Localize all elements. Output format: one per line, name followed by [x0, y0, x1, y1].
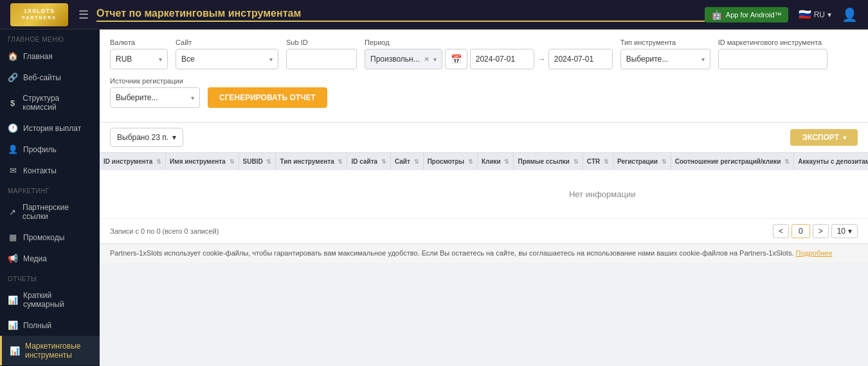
user-avatar-icon[interactable]: 👤 — [842, 7, 858, 22]
col-site-id-sort-icon[interactable]: ⇅ — [381, 159, 386, 165]
col-site-label: Сайт — [395, 158, 410, 165]
sidebar-item-short-summary[interactable]: 📊 Краткий суммарный — [0, 285, 100, 315]
payments-icon: 🕐 — [8, 123, 18, 133]
sidebar-item-web-sites[interactable]: 🔗 Веб-сайты — [0, 67, 100, 88]
col-direct-links[interactable]: Прямые ссылки ⇅ — [514, 153, 583, 170]
flag-icon: 🇷🇺 — [799, 8, 811, 21]
sidebar-item-marketing-tools-label: Маркетинговые инструменты — [25, 342, 92, 360]
columns-selector[interactable]: Выбрано 23 п. ▾ — [110, 128, 183, 147]
col-subid-label: SUBID — [243, 158, 263, 165]
col-reg-clicks-ratio[interactable]: Соотношение регистраций/клики ⇅ — [671, 153, 794, 170]
period-badge[interactable]: Произвольн... ✕ ▾ — [365, 49, 442, 69]
tool-id-input[interactable] — [718, 49, 827, 69]
sidebar-item-profile[interactable]: 👤 Профиль — [0, 139, 100, 160]
header-right: 🤖 App for Android™ 🇷🇺 RU ▾ 👤 — [705, 7, 858, 22]
currency-chevron-icon: ▾ — [159, 56, 162, 63]
main-layout: ГЛАВНОЕ МЕНЮ 🏠 Главная 🔗 Веб-сайты $ Стр… — [0, 30, 868, 366]
site-select[interactable]: Все ▾ — [176, 49, 278, 69]
sidebar-item-payments-label: История выплат — [23, 124, 81, 133]
period-remove-icon[interactable]: ✕ — [424, 55, 429, 64]
android-badge[interactable]: 🤖 App for Android™ — [705, 7, 788, 22]
sidebar-item-home[interactable]: 🏠 Главная — [0, 46, 100, 67]
col-site-id[interactable]: ID сайта ⇅ — [347, 153, 390, 170]
page-size-selector[interactable]: 10 ▾ — [831, 224, 858, 238]
site-filter-group: Сайт Все ▾ — [176, 39, 278, 69]
current-page: 0 — [791, 224, 810, 238]
site-label: Сайт — [176, 39, 278, 46]
currency-filter-group: Валюта RUB ▾ — [110, 39, 168, 69]
col-accounts-with-deposits[interactable]: Аккаунты с депозитами ⇅ — [794, 153, 868, 170]
sidebar-item-marketing-tools[interactable]: 📊 Маркетинговые инструменты — [0, 336, 100, 365]
sidebar-item-promo-codes[interactable]: ▦ Промокоды — [0, 227, 100, 248]
col-accounts-with-deposits-label: Аккаунты с депозитами — [798, 158, 868, 165]
filter-row-1: Валюта RUB ▾ Сайт Все ▾ Sub ID — [110, 39, 858, 69]
cookie-link[interactable]: Подробнее — [796, 249, 833, 257]
col-views[interactable]: Просмотры ⇅ — [423, 153, 477, 170]
sidebar-item-contacts[interactable]: ✉ Контакты — [0, 160, 100, 181]
data-table: ID инструмента ⇅ Имя инструмента ⇅ SUBID… — [100, 153, 868, 218]
col-clicks-sort-icon[interactable]: ⇅ — [504, 159, 509, 165]
pagination-bar: Записи с 0 по 0 (всего 0 записей) < 0 > … — [100, 218, 868, 243]
col-tool-id[interactable]: ID инструмента ⇅ — [100, 153, 166, 170]
col-ctr[interactable]: CTR ⇅ — [583, 153, 613, 170]
currency-select[interactable]: RUB ▾ — [110, 49, 168, 69]
columns-label: Выбрано 23 п. — [117, 133, 168, 142]
sidebar-item-payments[interactable]: 🕐 История выплат — [0, 118, 100, 139]
lang-chevron-icon: ▾ — [827, 10, 831, 19]
col-subid[interactable]: SUBID ⇅ — [239, 153, 276, 170]
col-registrations[interactable]: Регистрации ⇅ — [613, 153, 671, 170]
columns-chevron-icon: ▾ — [172, 133, 176, 142]
col-site-sort-icon[interactable]: ⇅ — [414, 159, 419, 165]
col-tool-name[interactable]: Имя инструмента ⇅ — [166, 153, 239, 170]
sidebar-item-contacts-label: Контакты — [23, 166, 57, 175]
col-site[interactable]: Сайт ⇅ — [390, 153, 423, 170]
source-chevron-icon: ▾ — [191, 94, 194, 101]
export-button[interactable]: ЭКСПОРТ ▾ — [790, 129, 858, 146]
pagination-controls: < 0 > 10 ▾ — [773, 224, 858, 238]
tool-type-filter-group: Тип инструмента Выберите... ▾ — [620, 39, 710, 69]
prev-page-button[interactable]: < — [773, 224, 789, 238]
site-value: Все — [181, 55, 195, 64]
sidebar-item-full-label: Полный — [23, 321, 51, 330]
next-page-button[interactable]: > — [813, 224, 829, 238]
period-row: Произвольн... ✕ ▾ 📅 → — [365, 49, 613, 69]
reports-label: ОТЧЕТЫ — [0, 269, 100, 285]
web-sites-icon: 🔗 — [8, 73, 18, 82]
sidebar-item-full[interactable]: 📊 Полный — [0, 315, 100, 336]
marketing-label: МАРКЕТИНГ — [0, 181, 100, 197]
period-label: Период — [365, 39, 613, 46]
language-selector[interactable]: 🇷🇺 RU ▾ — [799, 8, 831, 21]
sidebar-item-partner-links[interactable]: ↗ Партнерские ссылки — [0, 197, 100, 227]
col-tool-type[interactable]: Тип инструмента ⇅ — [276, 153, 347, 170]
col-subid-sort-icon[interactable]: ⇅ — [266, 159, 271, 165]
full-report-icon: 📊 — [8, 320, 18, 330]
col-clicks[interactable]: Клики ⇅ — [477, 153, 514, 170]
sidebar-item-commission[interactable]: $ Структура комиссий — [0, 88, 100, 118]
subid-input[interactable] — [286, 49, 357, 69]
calendar-icon[interactable]: 📅 — [445, 49, 467, 69]
sidebar-item-media[interactable]: 📢 Медиа — [0, 248, 100, 269]
period-badge-text: Произвольн... — [370, 55, 420, 64]
source-select[interactable]: Выберите... ▾ — [110, 87, 200, 108]
col-registrations-sort-icon[interactable]: ⇅ — [662, 159, 667, 165]
marketing-tools-icon: 📊 — [10, 346, 20, 356]
date-to-input[interactable] — [548, 49, 613, 69]
col-direct-links-sort-icon[interactable]: ⇅ — [574, 159, 579, 165]
sidebar-item-commission-label: Структура комиссий — [23, 94, 92, 112]
date-from-input[interactable] — [470, 49, 534, 69]
source-value: Выберите... — [116, 93, 158, 102]
col-reg-clicks-ratio-sort-icon[interactable]: ⇅ — [784, 159, 790, 165]
col-ctr-sort-icon[interactable]: ⇅ — [604, 159, 609, 165]
sidebar-item-profile-label: Профиль — [23, 145, 57, 154]
subid-filter-group: Sub ID — [286, 39, 357, 69]
tool-id-filter-group: ID маркетингового инструмента — [718, 39, 827, 69]
tool-type-select[interactable]: Выберите... ▾ — [620, 49, 710, 69]
col-views-sort-icon[interactable]: ⇅ — [468, 159, 473, 165]
col-tool-name-sort-icon[interactable]: ⇅ — [230, 159, 235, 165]
col-tool-id-sort-icon[interactable]: ⇅ — [156, 159, 161, 165]
site-chevron-icon: ▾ — [269, 56, 273, 63]
col-registrations-label: Регистрации — [617, 158, 658, 165]
col-tool-type-sort-icon[interactable]: ⇅ — [338, 159, 343, 165]
hamburger-icon[interactable]: ☰ — [78, 8, 89, 22]
generate-report-button[interactable]: СГЕНЕРИРОВАТЬ ОТЧЕТ — [208, 87, 327, 108]
